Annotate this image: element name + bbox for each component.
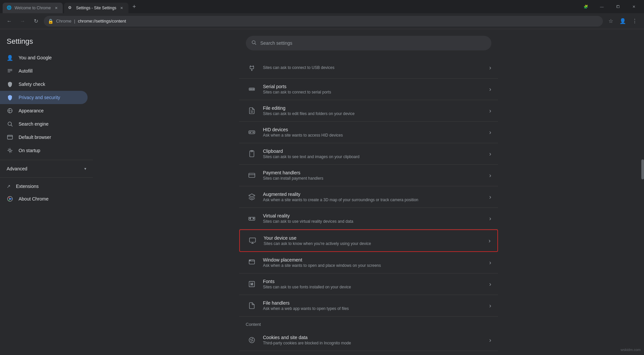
window-placement-desc: Ask when a site wants to open and place …	[263, 263, 484, 268]
virtual-reality-arrow: ›	[489, 215, 491, 222]
settings-item-your-device-use[interactable]: Your device use Sites can ask to know wh…	[239, 229, 498, 252]
settings-scroll-area: Sites can ask to connect to USB devices …	[239, 29, 498, 355]
menu-button[interactable]: ⋮	[629, 16, 640, 27]
settings-item-fonts[interactable]: Fonts Sites can ask to use fonts install…	[239, 273, 498, 295]
serial-ports-icon	[246, 83, 258, 95]
default-browser-icon	[7, 134, 13, 141]
minimize-button[interactable]: —	[594, 1, 609, 12]
fonts-icon	[246, 278, 258, 290]
hid-devices-arrow: ›	[489, 129, 491, 136]
svg-line-5	[11, 125, 12, 126]
sidebar-item-autofill[interactable]: Autofill	[0, 64, 88, 78]
sidebar-item-privacy-security[interactable]: Privacy and security	[0, 91, 88, 104]
virtual-reality-icon	[246, 212, 258, 224]
settings-item-clipboard[interactable]: Clipboard Sites can ask to see text and …	[239, 143, 498, 165]
scrollbar-track[interactable]	[641, 29, 644, 355]
svg-point-38	[249, 337, 254, 343]
svg-point-16	[250, 89, 251, 90]
sidebar-advanced[interactable]: Advanced ▾	[0, 163, 93, 175]
augmented-reality-title: Augmented reality	[263, 192, 484, 197]
settings-item-file-handlers[interactable]: File handlers Ask when a web app wants t…	[239, 295, 498, 317]
sidebar-item-default-browser[interactable]: Default browser	[0, 131, 88, 144]
payment-handlers-icon	[246, 169, 258, 181]
file-handlers-icon	[246, 300, 258, 312]
profile-button[interactable]: 👤	[617, 16, 628, 27]
search-input[interactable]	[260, 40, 486, 46]
tab1-close[interactable]: ✕	[53, 5, 59, 11]
maximize-button[interactable]: ⧠	[610, 1, 625, 12]
svg-point-14	[251, 70, 252, 71]
extensions-btn[interactable]: 🧩	[578, 1, 594, 12]
privacy-security-icon	[7, 94, 13, 101]
close-button[interactable]: ✕	[626, 1, 641, 12]
about-chrome-icon	[7, 196, 13, 202]
tab2-favicon: ⚙	[68, 5, 73, 11]
settings-item-virtual-reality[interactable]: Virtual reality Sites can ask to use vir…	[239, 208, 498, 229]
file-editing-content: File editing Sites can ask to edit files…	[263, 105, 484, 116]
payment-handlers-desc: Sites can install payment handlers	[263, 176, 484, 181]
usb-devices-desc: Sites can ask to connect to USB devices	[263, 65, 484, 70]
scrollbar-thumb[interactable]	[641, 159, 644, 179]
sidebar-label-appearance: Appearance	[19, 108, 44, 113]
file-editing-icon	[246, 105, 258, 117]
augmented-reality-desc: Ask when a site wants to create a 3D map…	[263, 198, 484, 202]
file-editing-arrow: ›	[489, 107, 491, 114]
bookmark-button[interactable]: ☆	[606, 16, 616, 27]
clipboard-content: Clipboard Sites can ask to see text and …	[263, 148, 484, 159]
cookies-arrow: ›	[489, 337, 491, 344]
sidebar-label-privacy-security: Privacy and security	[19, 95, 60, 100]
svg-rect-0	[8, 69, 12, 70]
sidebar-item-search-engine[interactable]: Search engine	[0, 117, 88, 131]
sidebar-label-autofill: Autofill	[19, 68, 33, 74]
svg-rect-12	[250, 66, 253, 69]
address-bar[interactable]: 🔒 Chrome | chrome://settings/content	[44, 16, 603, 27]
settings-item-payment-handlers[interactable]: Payment handlers Sites can install payme…	[239, 165, 498, 186]
clipboard-desc: Sites can ask to see text and images on …	[263, 154, 484, 159]
clipboard-title: Clipboard	[263, 148, 484, 154]
svg-point-30	[250, 218, 250, 219]
settings-item-usb-devices[interactable]: Sites can ask to connect to USB devices …	[239, 57, 498, 79]
settings-title: Settings	[0, 34, 93, 51]
new-tab-button[interactable]: +	[130, 2, 139, 11]
refresh-button[interactable]: ↻	[31, 16, 41, 27]
tab2-close[interactable]: ✕	[119, 5, 124, 11]
settings-item-cookies[interactable]: Cookies and site data Third-party cookie…	[239, 329, 498, 351]
sidebar-item-on-startup[interactable]: On startup	[0, 144, 88, 157]
search-box	[246, 36, 491, 50]
hid-devices-desc: Ask when a site wants to access HID devi…	[263, 133, 484, 138]
autofill-icon	[7, 68, 13, 74]
settings-item-serial-ports[interactable]: Serial ports Sites can ask to connect to…	[239, 79, 498, 100]
file-editing-title: File editing	[263, 105, 484, 111]
clipboard-arrow: ›	[489, 150, 491, 157]
serial-ports-arrow: ›	[489, 86, 491, 93]
svg-point-22	[250, 132, 251, 133]
settings-item-file-editing[interactable]: File editing Sites can ask to edit files…	[239, 100, 498, 122]
cookies-icon	[246, 334, 258, 346]
serial-ports-title: Serial ports	[263, 84, 484, 89]
tab1-favicon: 🌐	[7, 5, 12, 11]
sidebar-extensions[interactable]: ↗ Extensions	[0, 180, 93, 192]
search-engine-icon	[7, 121, 13, 127]
tab-settings[interactable]: ⚙ Settings - Site Settings ✕	[64, 3, 128, 13]
back-button[interactable]: ←	[4, 16, 15, 27]
forward-button[interactable]: →	[17, 16, 28, 27]
tab-welcome[interactable]: 🌐 Welcome to Chrome ✕	[3, 3, 63, 13]
sidebar-item-about-chrome[interactable]: About Chrome	[0, 192, 88, 206]
usb-devices-icon	[246, 62, 258, 74]
fonts-desc: Sites can ask to use fonts installed on …	[263, 285, 484, 289]
sidebar-item-safety-check[interactable]: Safety check	[0, 78, 88, 91]
tab2-title: Settings - Site Settings	[76, 6, 116, 10]
settings-item-augmented-reality[interactable]: Augmented reality Ask when a site wants …	[239, 186, 498, 208]
usb-devices-content: Sites can ask to connect to USB devices	[263, 65, 484, 70]
content-section-label: Content	[239, 317, 498, 329]
settings-item-javascript[interactable]: JavaScript Sites can use Javascript ›	[239, 351, 498, 355]
payment-handlers-title: Payment handlers	[263, 170, 484, 175]
sidebar-item-you-and-google[interactable]: 👤 You and Google	[0, 51, 88, 64]
sidebar-item-appearance[interactable]: Appearance	[0, 104, 88, 117]
settings-item-window-placement[interactable]: Window placement Ask when a site wants t…	[239, 252, 498, 273]
svg-point-31	[253, 218, 254, 219]
settings-item-hid-devices[interactable]: HID devices Ask when a site wants to acc…	[239, 122, 498, 143]
augmented-reality-arrow: ›	[489, 194, 491, 201]
svg-point-4	[8, 122, 12, 126]
file-handlers-arrow: ›	[489, 302, 491, 309]
